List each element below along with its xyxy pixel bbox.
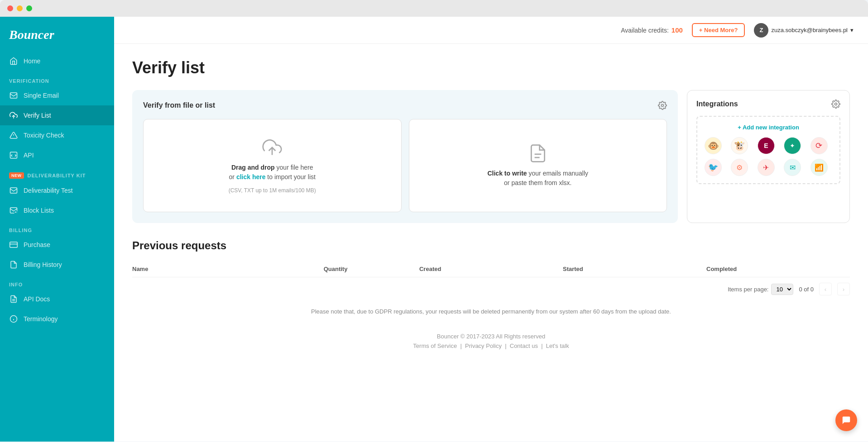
sidebar-navigation: Home VERIFICATION Single Email [0,51,114,442]
verify-from-file-section: Verify from file or list [132,90,678,223]
sidebar-item-deliverability-test[interactable]: Deliverability Test [0,181,114,200]
svg-point-20 [835,103,837,105]
file-upload-subtext: (CSV, TXT up to 1M emails/100 MB) [229,187,316,194]
integration-lemlist[interactable]: ✈ [758,159,775,176]
sidebar-item-block-lists[interactable]: Block Lists [0,200,114,220]
column-completed: Completed [706,266,850,272]
main-content: Available credits: 100 + Need More? Z zu… [114,17,868,442]
info-section-label: INFO [0,275,114,289]
need-more-button[interactable]: + Need More? [692,23,745,37]
code-icon [9,151,18,160]
manual-entry-text: Click to write your emails manually or p… [487,169,588,188]
user-info[interactable]: Z zuza.sobczyk@brainybees.pl ▾ [754,23,854,38]
add-integration-button[interactable]: + Add new integration [705,124,832,131]
doc-icon [9,295,18,304]
sidebar-item-label: API [24,152,34,159]
integration-moosend[interactable]: 🐮 [731,137,748,154]
file-upload-card[interactable]: Drag and drop your file here or click he… [143,119,402,212]
column-name: Name [132,266,324,272]
sidebar-item-purchase[interactable]: Purchase [0,235,114,255]
deliverability-section-label: NEW Deliverability Kit [0,165,114,181]
sidebar-item-terminology[interactable]: Terminology [0,309,114,329]
credits-info: Available credits: 100 [621,26,683,34]
sidebar-item-label: Block Lists [24,207,54,214]
gdpr-notice: Please note that, due to GDPR regulation… [132,301,850,322]
logo-text: Bouncer [9,28,54,42]
minimize-dot[interactable] [17,5,23,11]
svg-rect-5 [10,188,17,193]
alert-icon [9,131,18,140]
integration-wireless[interactable]: 📶 [810,159,828,176]
card-icon [9,240,18,249]
info-icon [9,314,18,323]
billing-section-label: BILLING [0,220,114,235]
close-dot[interactable] [7,5,13,11]
file-upload-text: Drag and drop your file here or click he… [229,163,316,182]
items-per-page: Items per page: 10 25 50 [728,284,793,295]
sidebar-item-api-docs[interactable]: API Docs [0,289,114,309]
sidebar-item-home[interactable]: Home [0,51,114,71]
sidebar-item-api[interactable]: API [0,145,114,165]
integrations-section: Integrations + Add new integration [687,90,850,223]
sidebar-item-verify-list[interactable]: Verify List [0,105,114,125]
per-page-select[interactable]: 10 25 50 [771,284,793,295]
integration-icons-grid: 🐵 🐮 E ✦ ⟳ 🐦 ⚙ ✈ ✉ 📶 [705,137,832,176]
upload-cloud-icon [9,111,18,120]
pagination-next-button[interactable]: › [837,283,850,295]
pagination-prev-button[interactable]: ‹ [819,283,832,295]
home-icon [9,57,18,66]
integration-hubspot[interactable]: ⚙ [731,159,748,176]
column-quantity: Quantity [324,266,419,272]
integration-activecampaign[interactable]: ⟳ [810,137,828,154]
sidebar-item-label: Deliverability Test [24,187,73,194]
integration-mailerlite[interactable]: ✉ [784,159,801,176]
verify-settings-gear[interactable] [658,101,667,110]
sidebar-item-billing-history[interactable]: Billing History [0,255,114,275]
privacy-link[interactable]: Privacy Policy [465,342,502,349]
previous-requests-section: Previous requests Name Quantity Created … [132,239,850,322]
new-badge: NEW [9,172,24,179]
page-footer: Bouncer © 2017-2023 All Rights reserved … [132,322,850,360]
column-started: Started [563,266,706,272]
sidebar-item-toxicity-check[interactable]: Toxicity Check [0,125,114,145]
sidebar-item-label: Verify List [24,112,51,119]
integrations-title: Integrations [696,100,738,108]
verify-section-title: Verify from file or list [143,101,215,109]
lets-talk-link[interactable]: Let's talk [546,342,569,349]
integration-mailchimp[interactable]: 🐵 [705,137,722,154]
mail-block-icon [9,206,18,215]
credits-label: Available credits: [621,27,669,34]
svg-rect-0 [10,93,17,98]
sidebar-item-label: Single Email [24,92,59,99]
chat-widget[interactable] [835,409,857,431]
edit-icon [528,143,548,163]
maximize-dot[interactable] [26,5,32,11]
integration-openai[interactable]: ✦ [784,137,801,154]
chevron-down-icon: ▾ [850,27,854,33]
sidebar-item-label: API Docs [24,295,50,303]
previous-requests-title: Previous requests [132,239,850,252]
page-body: Verify list Verify from file or list [114,44,868,442]
copyright: Bouncer © 2017-2023 All Rights reserved [143,333,839,340]
deliverability-label: Deliverability Kit [28,173,86,178]
mail-icon [9,186,18,195]
table-footer: Items per page: 10 25 50 0 of 0 ‹ › [132,277,850,301]
sidebar-item-label: Terminology [24,315,58,323]
svg-rect-9 [10,242,18,247]
click-here-link[interactable]: click here [236,173,266,181]
pagination-count: 0 of 0 [799,286,814,293]
integration-woodpecker[interactable]: 🐦 [705,159,722,176]
manual-entry-card[interactable]: Click to write your emails manually or p… [409,119,667,212]
integrations-inner: + Add new integration 🐵 🐮 E ✦ ⟳ 🐦 ⚙ ✈ [696,116,840,184]
terms-link[interactable]: Terms of Service [413,342,457,349]
window-chrome [0,0,868,17]
integrations-settings-gear[interactable] [831,100,840,109]
integration-elementor[interactable]: E [758,137,775,154]
user-email: zuza.sobczyk@brainybees.pl [771,27,848,33]
sidebar-item-single-email[interactable]: Single Email [0,86,114,105]
sidebar-item-label: Purchase [24,241,50,248]
receipt-icon [9,260,18,269]
verification-section-label: VERIFICATION [0,71,114,86]
contact-link[interactable]: Contact us [510,342,538,349]
table-header: Name Quantity Created Started Completed [132,261,850,277]
